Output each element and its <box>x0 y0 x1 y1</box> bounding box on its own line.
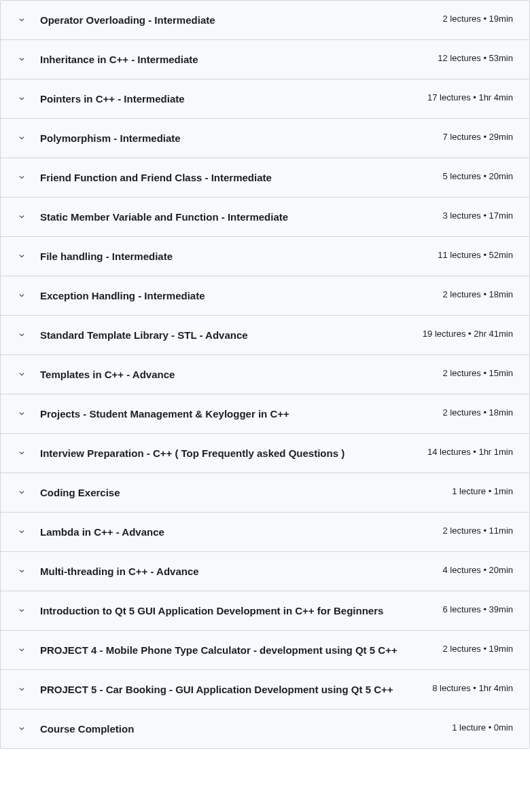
section-meta: 1 lecture • 1min <box>452 486 513 496</box>
chevron-down-icon <box>17 54 26 64</box>
section-title: Course Completion <box>40 722 452 736</box>
chevron-down-icon <box>17 330 26 339</box>
chevron-down-icon <box>17 448 26 458</box>
section-meta: 6 lectures • 39min <box>442 604 513 614</box>
chevron-down-icon <box>17 172 26 182</box>
chevron-down-icon <box>17 527 26 536</box>
section-meta: 2 lectures • 18min <box>442 289 513 299</box>
section-row[interactable]: Introduction to Qt 5 GUI Application Dev… <box>1 591 529 631</box>
section-row[interactable]: Course Completion1 lecture • 0min <box>1 709 529 748</box>
chevron-down-icon <box>17 606 26 615</box>
section-row[interactable]: Standard Template Library - STL - Advanc… <box>1 316 529 355</box>
section-row[interactable]: Multi-threading in C++ - Advance4 lectur… <box>1 552 529 591</box>
section-row[interactable]: Exception Handling - Intermediate2 lectu… <box>1 276 529 316</box>
section-meta: 5 lectures • 20min <box>442 171 513 181</box>
chevron-down-icon <box>17 251 26 261</box>
section-title: Friend Function and Friend Class - Inter… <box>40 170 442 185</box>
section-meta: 17 lectures • 1hr 4min <box>427 92 513 103</box>
chevron-down-icon <box>17 15 26 24</box>
section-meta: 3 lectures • 17min <box>442 210 513 221</box>
section-meta: 12 lectures • 53min <box>438 53 513 63</box>
course-section-list: Operator Overloading - Intermediate2 lec… <box>0 0 530 749</box>
section-title: Operator Overloading - Intermediate <box>40 13 442 27</box>
section-title: Inheritance in C++ - Intermediate <box>40 52 438 67</box>
section-meta: 4 lectures • 20min <box>442 565 513 575</box>
section-title: PROJECT 5 - Car Booking - GUI Applicatio… <box>40 682 432 697</box>
chevron-down-icon <box>17 566 26 576</box>
section-meta: 14 lectures • 1hr 1min <box>427 447 513 457</box>
section-row[interactable]: Inheritance in C++ - Intermediate12 lect… <box>1 40 529 79</box>
section-title: Static Member Variable and Function - In… <box>40 210 442 224</box>
section-title: Introduction to Qt 5 GUI Application Dev… <box>40 604 442 618</box>
section-title: Standard Template Library - STL - Advanc… <box>40 328 423 342</box>
section-meta: 2 lectures • 15min <box>442 368 513 378</box>
section-row[interactable]: Pointers in C++ - Intermediate17 lecture… <box>1 79 529 119</box>
section-title: Polymorphism - Intermediate <box>40 131 442 145</box>
section-title: Projects - Student Management & Keylogge… <box>40 407 442 421</box>
chevron-down-icon <box>17 94 26 103</box>
chevron-down-icon <box>17 684 26 694</box>
section-row[interactable]: Friend Function and Friend Class - Inter… <box>1 158 529 198</box>
section-title: Multi-threading in C++ - Advance <box>40 564 442 578</box>
section-row[interactable]: PROJECT 4 - Mobile Phone Type Calculator… <box>1 631 529 670</box>
section-meta: 2 lectures • 19min <box>442 644 513 654</box>
section-title: Templates in C++ - Advance <box>40 367 442 382</box>
section-meta: 2 lectures • 18min <box>442 407 513 418</box>
section-title: Coding Exercise <box>40 485 452 500</box>
section-row[interactable]: Operator Overloading - Intermediate2 lec… <box>1 1 529 40</box>
chevron-down-icon <box>17 212 26 221</box>
chevron-down-icon <box>17 409 26 418</box>
chevron-down-icon <box>17 133 26 143</box>
section-meta: 19 lectures • 2hr 41min <box>423 329 513 339</box>
chevron-down-icon <box>17 724 26 733</box>
chevron-down-icon <box>17 369 26 379</box>
section-row[interactable]: Polymorphism - Intermediate7 lectures • … <box>1 119 529 158</box>
section-row[interactable]: Projects - Student Management & Keylogge… <box>1 394 529 434</box>
section-row[interactable]: Lambda in C++ - Advance2 lectures • 11mi… <box>1 513 529 552</box>
section-meta: 2 lectures • 11min <box>442 525 513 536</box>
section-row[interactable]: PROJECT 5 - Car Booking - GUI Applicatio… <box>1 670 529 709</box>
section-row[interactable]: File handling - Intermediate11 lectures … <box>1 237 529 276</box>
section-meta: 11 lectures • 52min <box>438 250 513 260</box>
section-meta: 7 lectures • 29min <box>442 132 513 142</box>
section-title: PROJECT 4 - Mobile Phone Type Calculator… <box>40 643 442 657</box>
chevron-down-icon <box>17 291 26 300</box>
section-title: Pointers in C++ - Intermediate <box>40 92 427 106</box>
section-row[interactable]: Interview Preparation - C++ ( Top Freque… <box>1 434 529 473</box>
section-meta: 2 lectures • 19min <box>442 14 513 24</box>
chevron-down-icon <box>17 487 26 497</box>
section-title: Interview Preparation - C++ ( Top Freque… <box>40 446 427 460</box>
section-row[interactable]: Coding Exercise1 lecture • 1min <box>1 473 529 513</box>
section-meta: 1 lecture • 0min <box>452 722 513 733</box>
section-row[interactable]: Static Member Variable and Function - In… <box>1 198 529 237</box>
chevron-down-icon <box>17 645 26 654</box>
section-row[interactable]: Templates in C++ - Advance2 lectures • 1… <box>1 355 529 394</box>
section-title: Exception Handling - Intermediate <box>40 289 442 303</box>
section-title: Lambda in C++ - Advance <box>40 525 442 539</box>
section-meta: 8 lectures • 1hr 4min <box>432 683 513 693</box>
section-title: File handling - Intermediate <box>40 249 438 263</box>
